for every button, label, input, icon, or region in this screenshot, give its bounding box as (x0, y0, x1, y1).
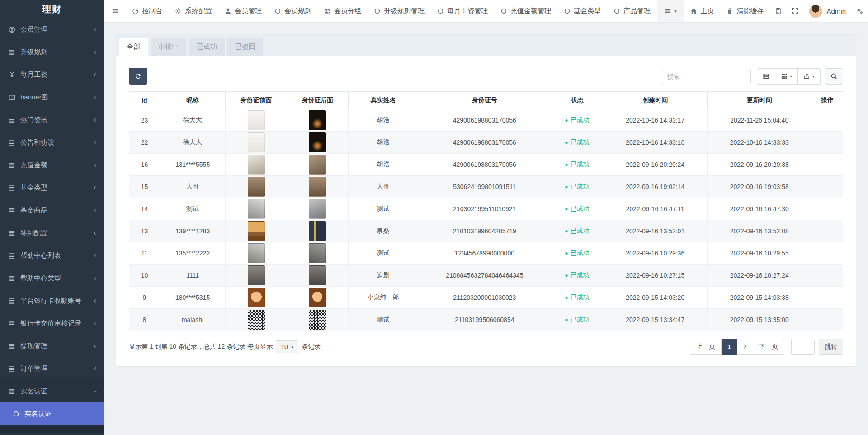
id-card-front-image[interactable] (248, 177, 265, 197)
id-card-back-image[interactable] (309, 265, 326, 285)
topnav-item[interactable]: 控制台 (126, 0, 169, 22)
sidebar-item[interactable]: 平台银行卡收款账号 (0, 289, 104, 312)
home-link[interactable]: 主页 (684, 0, 720, 22)
id-card-back-image[interactable] (309, 132, 326, 152)
topnav-item[interactable]: 会员分组 (318, 0, 368, 22)
sidebar-item[interactable]: 基金类型 (0, 176, 104, 199)
clear-cache-link[interactable]: 清除缓存 (720, 0, 770, 22)
id-card-front-image[interactable] (248, 243, 265, 263)
sidebar-item[interactable]: 会员管理 (0, 18, 104, 41)
status-dot-icon: ● (565, 273, 568, 278)
topnav-item[interactable]: 升级规则管理 (368, 0, 431, 22)
sidebar-item[interactable]: 实名认证 (0, 380, 104, 402)
page-button[interactable]: 2 (737, 339, 753, 355)
cell-updated: 2022-09-15 13:35:00 (707, 309, 811, 331)
column-header[interactable]: 身份证后面 (287, 92, 348, 109)
topnav-item[interactable]: 会员规则 (268, 0, 318, 22)
sidebar-item[interactable]: 升级规则 (0, 41, 104, 63)
tab[interactable]: 全部 (119, 38, 148, 56)
id-card-front-image[interactable] (248, 199, 265, 219)
column-header[interactable]: 真实姓名 (348, 92, 418, 109)
sidebar-item[interactable]: 每月工资 (0, 63, 104, 86)
id-card-back-image[interactable] (309, 243, 326, 263)
page-button[interactable]: 上一页 (690, 339, 722, 355)
id-card-back-image[interactable] (309, 221, 326, 241)
topnav-item[interactable]: 产品管理 (607, 0, 657, 22)
id-card-back-image[interactable] (309, 177, 326, 197)
topnav-item-icon (132, 8, 139, 14)
id-card-back-image[interactable] (309, 155, 326, 175)
cell-nickname: 大哥 (160, 176, 225, 198)
cell-updated: 2022-09-16 10:29:55 (707, 242, 811, 265)
sidebar-item[interactable]: 签到配置 (0, 222, 104, 244)
sidebar-subitem[interactable]: 实名认证 (0, 402, 104, 425)
id-card-front-image[interactable] (248, 132, 265, 152)
nav-overflow-dropdown[interactable]: ▾ (657, 0, 684, 22)
id-card-back-image[interactable] (309, 310, 326, 330)
column-header[interactable]: 创建时间 (603, 92, 708, 109)
sidebar-item[interactable]: 基金商品 (0, 199, 104, 222)
sidebar-item[interactable]: 帮助中心列表 (0, 244, 104, 267)
topnav-item-icon (437, 8, 444, 14)
detail-view-button[interactable] (757, 68, 775, 85)
topnav-item[interactable]: 系统配置 (169, 0, 218, 22)
column-header[interactable]: 状态 (551, 92, 603, 109)
topnav-item[interactable]: 每月工资管理 (431, 0, 494, 22)
cell-id: 23 (129, 109, 160, 132)
jump-page-input[interactable] (791, 339, 815, 355)
id-card-back-image[interactable] (309, 110, 326, 130)
tab[interactable]: 已成功 (189, 38, 225, 56)
user-menu[interactable]: Admin (803, 0, 851, 22)
checkin-icon[interactable] (770, 0, 787, 22)
sidebar-item[interactable]: 充值金额 (0, 154, 104, 176)
settings-gears-icon[interactable] (851, 0, 868, 22)
trash-icon (726, 8, 733, 14)
cell-idnumber: 2108845632784046464345 (418, 265, 551, 287)
menu-toggle-icon[interactable] (104, 0, 126, 22)
id-card-front-image[interactable] (248, 265, 265, 285)
page-button[interactable]: 1 (722, 339, 737, 355)
sidebar-item[interactable]: 帮助中心类型 (0, 267, 104, 289)
search-input[interactable] (662, 69, 751, 84)
topnav-item[interactable]: 基金类型 (557, 0, 607, 22)
status-label: 已成功 (570, 249, 589, 257)
sidebar-item[interactable]: banner图 (0, 86, 104, 109)
jump-button[interactable]: 跳转 (819, 339, 843, 355)
pagination-info: 显示第 1 到第 10 条记录，总共 12 条记录 每页显示 10 ▴ 条记录 (129, 340, 321, 353)
sidebar-item[interactable]: 银行卡充值审核记录 (0, 312, 104, 335)
page-button[interactable]: 下一页 (753, 339, 784, 355)
column-header[interactable]: 更新时间 (707, 92, 811, 109)
export-button[interactable]: ▾ (798, 68, 821, 85)
column-header[interactable]: 身份证号 (418, 92, 551, 109)
tab[interactable]: 审核中 (151, 38, 186, 56)
sidebar-item[interactable]: 订单管理 (0, 357, 104, 380)
status-label: 已成功 (570, 316, 589, 324)
id-card-back-image[interactable] (309, 288, 326, 307)
tab[interactable]: 已驳回 (227, 38, 263, 56)
topnav-item[interactable]: 充值金额管理 (494, 0, 557, 22)
table-row: 9 180****5315 小泉纯一郎 211203200001030023 (129, 287, 843, 309)
cell-actions (811, 265, 843, 287)
topnav-item[interactable]: 会员管理 (218, 0, 268, 22)
search-button[interactable] (825, 68, 843, 85)
page-size-select[interactable]: 10 ▴ (276, 340, 298, 353)
columns-button[interactable]: ▾ (775, 68, 798, 85)
status-dot-icon: ● (565, 317, 568, 322)
cell-nickname: 131****5555 (160, 154, 225, 176)
id-card-front-image[interactable] (248, 155, 265, 175)
fullscreen-icon[interactable] (787, 0, 803, 22)
sidebar-item[interactable]: 提现管理 (0, 335, 104, 357)
sidebar-item[interactable]: 热门资讯 (0, 109, 104, 131)
sidebar-item-icon (9, 94, 15, 101)
column-header[interactable]: 操作 (811, 92, 843, 109)
id-card-front-image[interactable] (248, 310, 265, 330)
id-card-front-image[interactable] (248, 221, 265, 241)
refresh-button[interactable] (129, 68, 147, 85)
column-header[interactable]: Id (129, 92, 160, 109)
id-card-back-image[interactable] (309, 199, 326, 219)
column-header[interactable]: 身份证前面 (226, 92, 287, 109)
id-card-front-image[interactable] (248, 288, 265, 307)
column-header[interactable]: 昵称 (160, 92, 225, 109)
id-card-front-image[interactable] (248, 110, 265, 130)
sidebar-item[interactable]: 公告和协议 (0, 131, 104, 154)
